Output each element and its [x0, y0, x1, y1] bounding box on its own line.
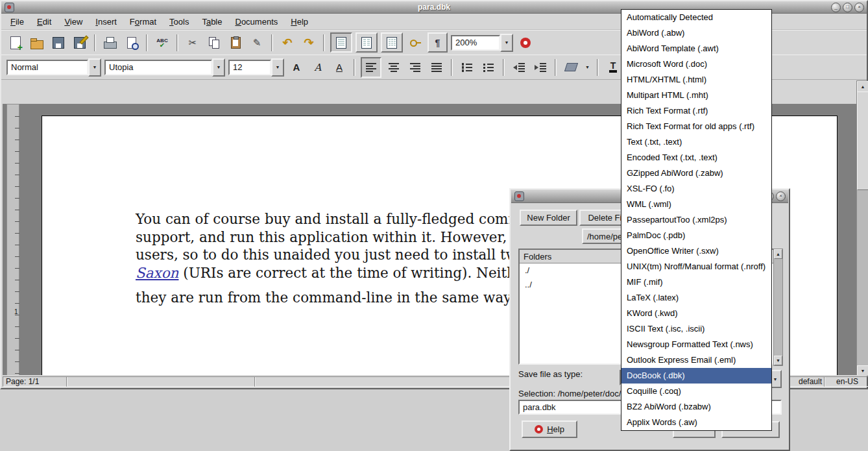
- help-button[interactable]: Help: [522, 421, 577, 438]
- vertical-scrollbar[interactable]: ▲ ▼: [856, 80, 868, 377]
- file-type-option[interactable]: Rich Text Format (.rtf): [621, 103, 771, 119]
- file-type-option[interactable]: KWord (.kwd): [621, 306, 771, 321]
- file-type-option[interactable]: BZ2 AbiWord (.bzabw): [621, 399, 771, 415]
- increase-indent-button[interactable]: [531, 58, 549, 77]
- bold-button[interactable]: A: [287, 58, 306, 77]
- file-type-option[interactable]: GZipped AbiWord (.zabw): [621, 165, 771, 181]
- files-scrollbar[interactable]: ▲ ▼: [773, 249, 783, 366]
- menu-item[interactable]: Format: [123, 15, 163, 29]
- font-size-value[interactable]: 12: [228, 60, 271, 75]
- file-type-option[interactable]: Text (.txt, .text): [621, 134, 771, 150]
- file-type-option[interactable]: UNIX(tm) Nroff/Manual format (.nroff): [621, 259, 771, 274]
- menu-item[interactable]: Insert: [89, 15, 123, 29]
- file-type-option[interactable]: PalmDoc (.pdb): [621, 228, 771, 243]
- print-button[interactable]: [101, 34, 119, 52]
- zoom-value[interactable]: 200%: [451, 35, 500, 51]
- file-type-option[interactable]: Outlook Express Email (.eml): [621, 352, 771, 368]
- chevron-down-icon: ▼: [93, 65, 97, 69]
- style-value[interactable]: Normal: [6, 60, 88, 75]
- maximize-button[interactable]: □: [843, 3, 852, 12]
- file-type-option[interactable]: LaTeX (.latex): [621, 290, 771, 306]
- file-type-option[interactable]: OpenOffice Writer (.sxw): [621, 243, 771, 259]
- file-type-option[interactable]: Automatically Detected: [621, 10, 771, 25]
- view-toggle-1[interactable]: [330, 32, 352, 53]
- font-size-combo[interactable]: 12 ▼: [228, 60, 284, 75]
- minimize-button[interactable]: _: [831, 3, 841, 12]
- file-type-option[interactable]: AbiWord (.abw): [621, 25, 771, 41]
- font-value[interactable]: Utopia: [104, 60, 212, 75]
- font-size-dropdown-button[interactable]: ▼: [271, 58, 284, 77]
- file-type-option[interactable]: HTML/XHTML (.html): [621, 72, 771, 88]
- save-button[interactable]: [49, 34, 67, 52]
- file-type-option[interactable]: ISCII Text (.isc, .iscii): [621, 321, 771, 337]
- decrease-indent-button[interactable]: [510, 58, 528, 77]
- align-center-button[interactable]: [385, 58, 403, 77]
- show-formatting-button[interactable]: ¶: [428, 32, 448, 53]
- spellcheck-button[interactable]: ABC✔: [153, 34, 171, 52]
- paste-button[interactable]: [226, 34, 245, 52]
- text-line-rest: (URIs are correct at the time of writing…: [178, 265, 524, 281]
- align-right-button[interactable]: [406, 58, 424, 77]
- zoom-dropdown-button[interactable]: ▼: [500, 34, 513, 52]
- pencil-button[interactable]: ✎: [248, 34, 266, 52]
- file-type-option[interactable]: Encoded Text (.txt, .text): [621, 150, 771, 165]
- new-folder-button[interactable]: New Folder: [520, 210, 577, 226]
- file-type-option[interactable]: WML (.wml): [621, 197, 771, 212]
- view-toggle-2[interactable]: [356, 32, 378, 53]
- style-combo[interactable]: Normal ▼: [6, 60, 101, 75]
- font-dropdown-button[interactable]: ▼: [212, 58, 225, 77]
- underline-button[interactable]: A: [330, 58, 348, 77]
- menu-item[interactable]: Tools: [163, 15, 195, 29]
- file-type-option[interactable]: DocBook (.dbk): [621, 368, 771, 384]
- numbered-list-button[interactable]: [458, 58, 476, 77]
- highlight-color-dropdown[interactable]: ▼: [583, 59, 592, 76]
- scrollbar-thumb[interactable]: [857, 91, 868, 190]
- menu-item[interactable]: File: [4, 15, 30, 29]
- menu-item[interactable]: Edit: [30, 15, 58, 29]
- saxon-link[interactable]: Saxon: [136, 265, 178, 281]
- highlight-button[interactable]: [562, 58, 580, 77]
- clipboard-icon: [231, 37, 241, 49]
- status-language-cell[interactable]: en-US: [824, 376, 868, 387]
- zoom-combo[interactable]: 200% ▼: [451, 35, 513, 51]
- abiword-logo-button[interactable]: [516, 34, 535, 52]
- file-type-option[interactable]: Newsgroup Formatted Text (.nws): [621, 337, 771, 352]
- align-justify-button[interactable]: [428, 58, 446, 77]
- menu-item[interactable]: Help: [284, 15, 315, 29]
- open-button[interactable]: [28, 34, 46, 52]
- files-scroll-up-button[interactable]: ▲: [774, 249, 782, 259]
- save-as-button[interactable]: [71, 34, 89, 52]
- vertical-ruler[interactable]: 1: [6, 104, 19, 376]
- file-type-option[interactable]: AbiWord Template (.awt): [621, 41, 771, 56]
- files-scroll-down-button[interactable]: ▼: [774, 356, 782, 365]
- style-dropdown-button[interactable]: ▼: [88, 58, 101, 77]
- cut-button[interactable]: ✂: [184, 34, 202, 52]
- menu-item[interactable]: View: [58, 15, 89, 29]
- file-type-option[interactable]: Rich Text Format for old apps (.rtf): [621, 119, 771, 134]
- file-type-option[interactable]: Microsoft Word (.doc): [621, 56, 771, 72]
- hyperlink-button[interactable]: [406, 34, 424, 52]
- close-button[interactable]: ×: [854, 3, 864, 12]
- font-combo[interactable]: Utopia ▼: [104, 60, 225, 75]
- copy-button[interactable]: [205, 34, 223, 52]
- italic-button[interactable]: A: [309, 58, 327, 77]
- menu-item[interactable]: Documents: [229, 15, 285, 29]
- file-type-option[interactable]: MIF (.mif): [621, 274, 771, 290]
- redo-button[interactable]: ↷: [300, 34, 318, 52]
- undo-button[interactable]: ↶: [278, 34, 296, 52]
- text-color-button[interactable]: T: [604, 58, 622, 77]
- bullet-list-button[interactable]: [479, 58, 498, 77]
- align-left-button[interactable]: [361, 57, 381, 78]
- status-page-indicator: Page: 1/1: [3, 376, 67, 387]
- print-preview-button[interactable]: [123, 34, 141, 52]
- menu-item[interactable]: Table: [195, 15, 228, 29]
- file-type-option[interactable]: PassepartoutToo (.xml2ps): [621, 212, 771, 228]
- file-type-option[interactable]: Coquille (.coq): [621, 384, 771, 399]
- new-document-button[interactable]: [6, 34, 25, 52]
- scroll-up-button[interactable]: ▲: [857, 81, 868, 92]
- file-type-option[interactable]: Applix Words (.aw): [621, 415, 771, 430]
- dialog-close-button[interactable]: ×: [776, 191, 786, 201]
- file-type-option[interactable]: XSL-FO (.fo): [621, 181, 771, 197]
- view-toggle-3[interactable]: [381, 32, 403, 53]
- file-type-option[interactable]: Multipart HTML (.mht): [621, 88, 771, 103]
